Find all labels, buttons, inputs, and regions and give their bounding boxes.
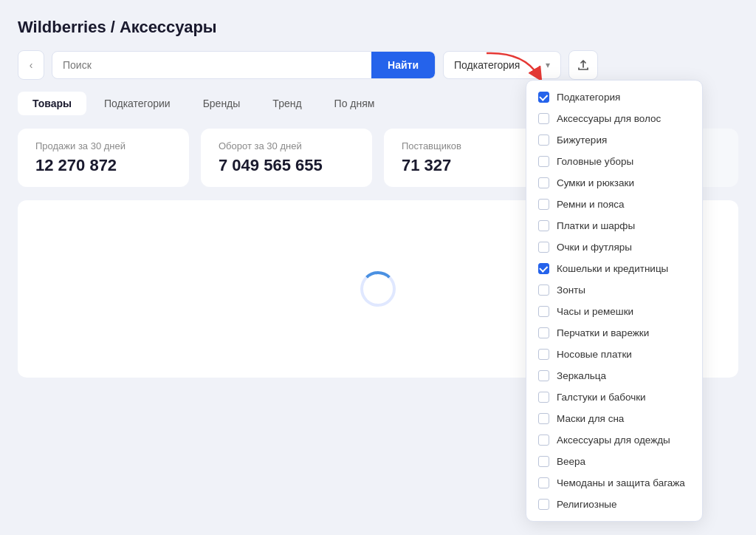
dropdown-item-label-8: Кошельки и кредитницы xyxy=(557,263,668,274)
dropdown-item-8[interactable]: Кошельки и кредитницы xyxy=(526,258,702,279)
dropdown-item-label-17: Веера xyxy=(557,456,585,467)
dropdown-item-6[interactable]: Платки и шарфы xyxy=(526,215,702,236)
dropdown-item-label-5: Ремни и пояса xyxy=(557,199,625,210)
checkbox-17 xyxy=(538,456,549,467)
search-button[interactable]: Найти xyxy=(371,52,435,78)
dropdown-item-13[interactable]: Зеркальца xyxy=(526,365,702,386)
dropdown-item-label-10: Часы и ремешки xyxy=(557,306,633,317)
tab-subcategories[interactable]: Подкатегории xyxy=(89,92,185,115)
dropdown-item-14[interactable]: Галстуки и бабочки xyxy=(526,386,702,408)
checkbox-8 xyxy=(538,263,549,274)
checkbox-9 xyxy=(538,284,549,296)
dropdown-item-label-18: Чемоданы и защита багажа xyxy=(557,477,685,488)
checkbox-1 xyxy=(538,113,549,124)
checkbox-16 xyxy=(538,435,549,446)
checkbox-19 xyxy=(538,499,549,510)
dropdown-item-17[interactable]: Веера xyxy=(526,451,702,472)
export-icon xyxy=(577,58,590,72)
dropdown-item-5[interactable]: Ремни и пояса xyxy=(526,194,702,215)
dropdown-item-3[interactable]: Головные уборы xyxy=(526,151,702,172)
dropdown-item-7[interactable]: Очки и футляры xyxy=(526,236,702,258)
checkbox-2 xyxy=(538,134,549,146)
dropdown-item-label-3: Головные уборы xyxy=(557,156,633,167)
chevron-down-icon: ▾ xyxy=(546,60,550,70)
subcategory-dropdown-menu: ПодкатегорияАксессуары для волосБижутери… xyxy=(526,80,703,522)
dropdown-item-15[interactable]: Маски для сна xyxy=(526,408,702,429)
search-container: Найти xyxy=(52,51,436,79)
page-title: Wildberries / Аксессуары xyxy=(18,18,738,37)
loading-spinner xyxy=(360,271,396,307)
dropdown-item-label-4: Сумки и рюкзаки xyxy=(557,177,634,188)
dropdown-item-10[interactable]: Часы и ремешки xyxy=(526,301,702,322)
dropdown-item-label-2: Бижутерия xyxy=(557,134,607,146)
export-button[interactable] xyxy=(568,50,598,80)
dropdown-item-label-12: Носовые платки xyxy=(557,349,632,360)
back-button[interactable]: ‹ xyxy=(18,50,44,80)
dropdown-item-label-14: Галстуки и бабочки xyxy=(557,392,646,403)
tab-goods[interactable]: Товары xyxy=(18,92,86,115)
dropdown-item-label-16: Аксессуары для одежды xyxy=(557,435,670,446)
dropdown-item-18[interactable]: Чемоданы и защита багажа xyxy=(526,472,702,494)
dropdown-item-label-13: Зеркальца xyxy=(557,370,606,381)
dropdown-item-label-11: Перчатки и варежки xyxy=(557,327,649,338)
checkbox-11 xyxy=(538,327,549,338)
checkbox-12 xyxy=(538,349,549,360)
stat-turnover-value: 7 049 565 655 xyxy=(219,156,354,175)
tab-bydays[interactable]: По дням xyxy=(320,92,390,115)
stat-suppliers-value: 71 327 xyxy=(402,156,537,175)
checkbox-6 xyxy=(538,220,549,231)
category-dropdown[interactable]: Подкатегория ▾ xyxy=(443,51,561,79)
stat-sales: Продажи за 30 дней 12 270 872 xyxy=(18,129,189,187)
checkbox-10 xyxy=(538,306,549,317)
checkbox-14 xyxy=(538,392,549,403)
dropdown-item-2[interactable]: Бижутерия xyxy=(526,129,702,151)
dropdown-item-label-9: Зонты xyxy=(557,284,585,296)
dropdown-item-12[interactable]: Носовые платки xyxy=(526,344,702,365)
tab-brands[interactable]: Бренды xyxy=(188,92,255,115)
dropdown-item-label-19: Религиозные xyxy=(557,499,617,510)
checkbox-7 xyxy=(538,242,549,253)
dropdown-item-4[interactable]: Сумки и рюкзаки xyxy=(526,172,702,194)
dropdown-item-label-6: Платки и шарфы xyxy=(557,220,635,231)
dropdown-item-label-15: Маски для сна xyxy=(557,413,624,424)
checkbox-18 xyxy=(538,477,549,488)
stat-sales-value: 12 270 872 xyxy=(35,156,171,175)
checkbox-4 xyxy=(538,177,549,188)
dropdown-item-label-0: Подкатегория xyxy=(557,92,620,103)
tab-trend[interactable]: Тренд xyxy=(258,92,316,115)
stat-turnover: Оборот за 30 дней 7 049 565 655 xyxy=(201,129,372,187)
search-input[interactable] xyxy=(52,52,371,78)
dropdown-item-11[interactable]: Перчатки и варежки xyxy=(526,322,702,344)
stat-sales-label: Продажи за 30 дней xyxy=(35,140,171,151)
checkbox-0 xyxy=(538,92,549,103)
stat-suppliers-label: Поставщиков xyxy=(402,140,537,151)
dropdown-item-9[interactable]: Зонты xyxy=(526,279,702,301)
checkbox-5 xyxy=(538,199,549,210)
checkbox-13 xyxy=(538,370,549,381)
dropdown-item-19[interactable]: Религиозные xyxy=(526,494,702,515)
dropdown-item-1[interactable]: Аксессуары для волос xyxy=(526,108,702,129)
category-label: Подкатегория xyxy=(454,59,520,71)
top-bar: ‹ Найти Подкатегория ▾ xyxy=(18,50,738,80)
dropdown-item-label-7: Очки и футляры xyxy=(557,242,632,253)
dropdown-item-label-1: Аксессуары для волос xyxy=(557,113,661,124)
checkbox-15 xyxy=(538,413,549,424)
stat-turnover-label: Оборот за 30 дней xyxy=(219,140,354,151)
dropdown-item-16[interactable]: Аксессуары для одежды xyxy=(526,429,702,451)
dropdown-item-0[interactable]: Подкатегория xyxy=(526,86,702,108)
checkbox-3 xyxy=(538,156,549,167)
